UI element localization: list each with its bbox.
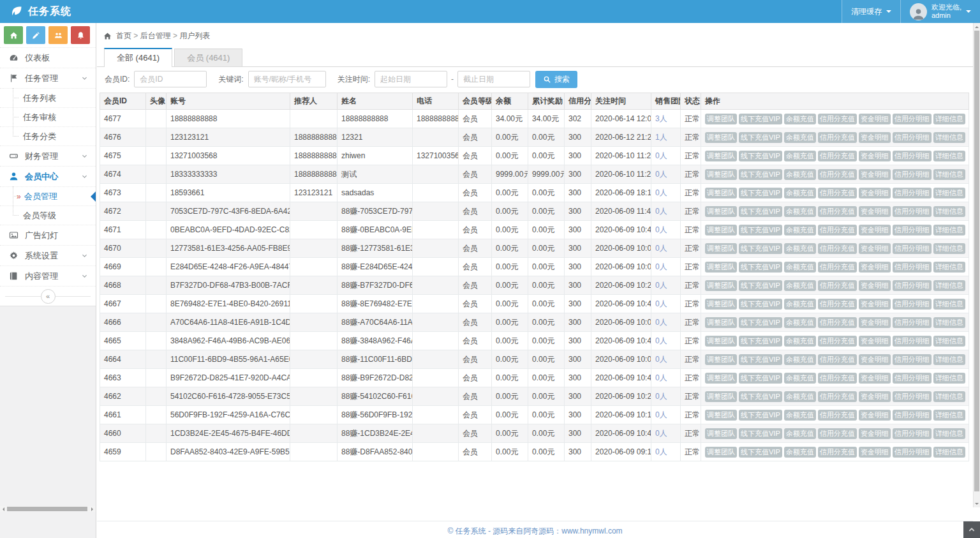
- action-detail-info[interactable]: 详细信息: [933, 336, 965, 347]
- sidebar-item-member[interactable]: 会员中心: [0, 166, 96, 186]
- action-offline-recharge-vip[interactable]: 线下充值VIP: [739, 151, 782, 161]
- action-offline-recharge-vip[interactable]: 线下充值VIP: [739, 336, 782, 347]
- action-detail-info[interactable]: 详细信息: [933, 169, 965, 180]
- team-link[interactable]: 0人: [655, 244, 667, 253]
- sidebar-item-task-audit[interactable]: 任务审核: [0, 107, 96, 126]
- action-credit-detail[interactable]: 信用分明细: [893, 280, 932, 291]
- team-link[interactable]: 0人: [655, 207, 667, 216]
- action-balance-recharge[interactable]: 余额充值: [784, 151, 816, 161]
- member-id-input[interactable]: [134, 71, 207, 87]
- team-link[interactable]: 1人: [655, 133, 667, 142]
- action-offline-recharge-vip[interactable]: 线下充值VIP: [739, 391, 782, 402]
- action-funds-detail[interactable]: 资金明细: [859, 391, 891, 402]
- action-adjust-team[interactable]: 调整团队: [705, 151, 737, 161]
- action-funds-detail[interactable]: 资金明细: [859, 317, 891, 328]
- action-credit-detail[interactable]: 信用分明细: [893, 225, 932, 235]
- action-adjust-team[interactable]: 调整团队: [705, 373, 737, 384]
- action-detail-info[interactable]: 详细信息: [933, 243, 965, 254]
- team-link[interactable]: 0人: [655, 262, 667, 271]
- action-offline-recharge-vip[interactable]: 线下充值VIP: [739, 225, 782, 235]
- action-credit-detail[interactable]: 信用分明细: [893, 188, 932, 198]
- action-adjust-team[interactable]: 调整团队: [705, 114, 737, 124]
- team-link[interactable]: 0人: [655, 225, 667, 234]
- action-offline-recharge-vip[interactable]: 线下充值VIP: [739, 188, 782, 198]
- action-credit-detail[interactable]: 信用分明细: [893, 336, 932, 347]
- action-funds-detail[interactable]: 资金明细: [859, 280, 891, 291]
- action-offline-recharge-vip[interactable]: 线下充值VIP: [739, 299, 782, 310]
- action-detail-info[interactable]: 详细信息: [933, 391, 965, 402]
- team-link[interactable]: 0人: [655, 170, 667, 179]
- action-adjust-team[interactable]: 调整团队: [705, 391, 737, 402]
- action-balance-recharge[interactable]: 余额充值: [784, 317, 816, 328]
- scroll-left-arrow-icon[interactable]: [0, 506, 6, 512]
- team-link[interactable]: 0人: [655, 299, 667, 308]
- start-date-input[interactable]: [375, 71, 447, 87]
- team-link[interactable]: 0人: [655, 318, 667, 327]
- action-balance-recharge[interactable]: 余额充值: [784, 373, 816, 384]
- team-link[interactable]: 0人: [655, 151, 667, 160]
- team-link[interactable]: 0人: [655, 355, 667, 364]
- action-funds-detail[interactable]: 资金明细: [859, 243, 891, 254]
- action-balance-recharge[interactable]: 余额充值: [784, 188, 816, 198]
- action-credit-recharge[interactable]: 信用分充值: [818, 391, 857, 402]
- action-credit-recharge[interactable]: 信用分充值: [818, 336, 857, 347]
- action-adjust-team[interactable]: 调整团队: [705, 280, 737, 291]
- team-link[interactable]: 3人: [655, 114, 667, 123]
- action-credit-detail[interactable]: 信用分明细: [893, 317, 932, 328]
- action-funds-detail[interactable]: 资金明细: [859, 373, 891, 384]
- action-offline-recharge-vip[interactable]: 线下充值VIP: [739, 262, 782, 273]
- action-detail-info[interactable]: 详细信息: [933, 299, 965, 310]
- action-funds-detail[interactable]: 资金明细: [859, 188, 891, 198]
- scroll-up-arrow-icon[interactable]: [974, 23, 980, 30]
- action-offline-recharge-vip[interactable]: 线下充值VIP: [739, 410, 782, 421]
- tab-member[interactable]: 会员 (4641): [174, 49, 242, 66]
- action-offline-recharge-vip[interactable]: 线下充值VIP: [739, 243, 782, 254]
- action-funds-detail[interactable]: 资金明细: [859, 114, 891, 124]
- sidebar-item-ads[interactable]: 广告幻灯: [0, 225, 96, 245]
- sidebar-collapse-button[interactable]: «: [41, 289, 56, 304]
- action-detail-info[interactable]: 详细信息: [933, 151, 965, 161]
- search-button[interactable]: 搜索: [535, 71, 577, 88]
- scroll-right-arrow-icon[interactable]: [89, 506, 95, 512]
- action-credit-detail[interactable]: 信用分明细: [893, 169, 932, 180]
- action-credit-detail[interactable]: 信用分明细: [893, 410, 932, 421]
- action-credit-detail[interactable]: 信用分明细: [893, 243, 932, 254]
- action-adjust-team[interactable]: 调整团队: [705, 317, 737, 328]
- horizontal-scrollbar-thumb[interactable]: [7, 507, 87, 511]
- sidebar-item-dashboard[interactable]: 仪表板: [0, 47, 96, 68]
- action-offline-recharge-vip[interactable]: 线下充值VIP: [739, 114, 782, 124]
- action-funds-detail[interactable]: 资金明细: [859, 151, 891, 161]
- action-balance-recharge[interactable]: 余额充值: [784, 132, 816, 143]
- action-credit-detail[interactable]: 信用分明细: [893, 299, 932, 310]
- team-link[interactable]: 0人: [655, 336, 667, 345]
- action-offline-recharge-vip[interactable]: 线下充值VIP: [739, 447, 782, 458]
- action-balance-recharge[interactable]: 余额充值: [784, 354, 816, 365]
- action-credit-detail[interactable]: 信用分明细: [893, 114, 932, 124]
- action-funds-detail[interactable]: 资金明细: [859, 225, 891, 235]
- action-balance-recharge[interactable]: 余额充值: [784, 206, 816, 217]
- action-balance-recharge[interactable]: 余额充值: [784, 280, 816, 291]
- action-adjust-team[interactable]: 调整团队: [705, 188, 737, 198]
- team-link[interactable]: 0人: [655, 410, 667, 419]
- action-balance-recharge[interactable]: 余额充值: [784, 299, 816, 310]
- team-link[interactable]: 0人: [655, 373, 667, 382]
- action-adjust-team[interactable]: 调整团队: [705, 299, 737, 310]
- action-adjust-team[interactable]: 调整团队: [705, 132, 737, 143]
- action-credit-recharge[interactable]: 信用分充值: [818, 373, 857, 384]
- quick-button-home[interactable]: [4, 26, 23, 44]
- action-credit-detail[interactable]: 信用分明细: [893, 206, 932, 217]
- action-detail-info[interactable]: 详细信息: [933, 114, 965, 124]
- back-to-top-button[interactable]: [963, 521, 980, 538]
- action-adjust-team[interactable]: 调整团队: [705, 447, 737, 458]
- action-adjust-team[interactable]: 调整团队: [705, 428, 737, 439]
- action-credit-recharge[interactable]: 信用分充值: [818, 317, 857, 328]
- action-balance-recharge[interactable]: 余额充值: [784, 336, 816, 347]
- action-detail-info[interactable]: 详细信息: [933, 132, 965, 143]
- action-balance-recharge[interactable]: 余额充值: [784, 169, 816, 180]
- end-date-input[interactable]: [457, 71, 530, 87]
- action-credit-recharge[interactable]: 信用分充值: [818, 243, 857, 254]
- quick-button-edit[interactable]: [26, 26, 45, 44]
- action-credit-recharge[interactable]: 信用分充值: [818, 114, 857, 124]
- action-detail-info[interactable]: 详细信息: [933, 428, 965, 439]
- action-credit-recharge[interactable]: 信用分充值: [818, 169, 857, 180]
